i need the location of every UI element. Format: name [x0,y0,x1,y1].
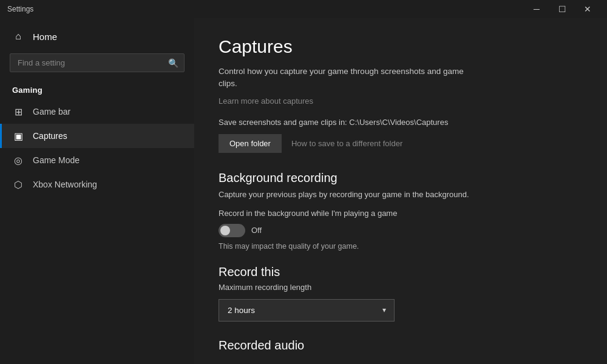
titlebar: Settings ─ ☐ ✕ [0,0,607,18]
record-this-title: Record this [219,265,583,279]
maximize-button[interactable]: ☐ [550,0,574,18]
page-title: Captures [219,36,583,57]
minimize-button[interactable]: ─ [524,0,549,18]
open-folder-button[interactable]: Open folder [219,134,282,153]
sidebar-item-home[interactable]: ⌂ Home [0,24,194,49]
page-description: Control how you capture your game throug… [219,66,480,90]
sidebar: ⌂ Home 🔍 Gaming ⊞ Game bar ▣ Captures ◎ … [0,18,194,364]
toggle-knob [220,226,230,235]
sidebar-section-label: Gaming [0,77,194,99]
action-row: Open folder How to save to a different f… [219,134,583,153]
max-length-dropdown[interactable]: 30 minutes 1 hour 2 hours 4 hours [219,299,395,322]
sidebar-item-xbox-networking[interactable]: ⬡ Xbox Networking [0,172,194,197]
save-different-link[interactable]: How to save to a different folder [291,139,402,148]
search-input[interactable] [10,53,185,72]
main-content: Captures Control how you capture your ga… [194,18,607,364]
captures-icon: ▣ [12,130,24,142]
toggle-setting-label: Record in the background while I'm playi… [219,209,583,218]
background-recording-toggle[interactable] [219,224,245,237]
background-toggle-row: Off [219,224,583,237]
sidebar-home-label: Home [33,32,57,42]
max-length-dropdown-wrap: 30 minutes 1 hour 2 hours 4 hours ▾ [219,299,395,322]
impact-note: This may impact the quality of your game… [219,242,583,251]
window-controls: ─ ☐ ✕ [524,0,600,18]
sidebar-item-game-mode[interactable]: ◎ Game Mode [0,148,194,172]
close-button[interactable]: ✕ [575,0,600,18]
sidebar-item-label-captures: Captures [33,131,67,141]
game-mode-icon: ◎ [12,154,24,166]
home-icon: ⌂ [12,30,24,42]
app-body: ⌂ Home 🔍 Gaming ⊞ Game bar ▣ Captures ◎ … [0,18,607,364]
background-recording-desc: Capture your previous plays by recording… [219,190,498,199]
sidebar-item-label-game-bar: Game bar [33,107,70,116]
max-length-label: Maximum recording length [219,283,583,292]
sidebar-item-game-bar[interactable]: ⊞ Game bar [0,99,194,124]
recorded-audio-title: Recorded audio [219,339,583,352]
toggle-state-label: Off [251,226,262,235]
xbox-networking-icon: ⬡ [12,178,24,190]
sidebar-item-captures[interactable]: ▣ Captures [0,124,194,148]
save-path-label: Save screenshots and game clips in: C:\U… [219,118,583,127]
sidebar-search-container: 🔍 [10,53,185,72]
game-bar-icon: ⊞ [12,106,24,118]
sidebar-item-label-xbox-networking: Xbox Networking [33,180,97,189]
learn-more-link[interactable]: Learn more about captures [219,96,583,106]
app-title: Settings [7,5,33,13]
background-recording-title: Background recording [219,171,583,185]
sidebar-item-label-game-mode: Game Mode [33,155,80,165]
